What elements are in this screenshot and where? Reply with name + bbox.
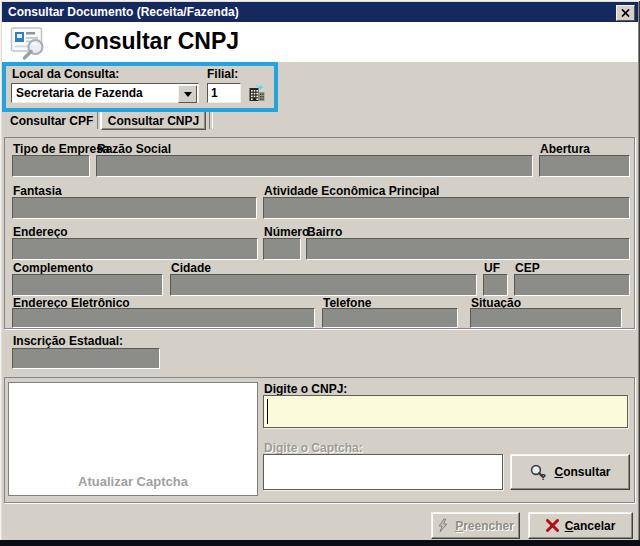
inscricao-estadual-label: Inscrição Estadual:	[13, 334, 123, 348]
chevron-down-icon	[184, 92, 192, 97]
complemento-field	[12, 274, 163, 296]
text-caret	[267, 399, 268, 424]
cep-label: CEP	[515, 261, 540, 275]
cidade-label: Cidade	[171, 261, 211, 275]
uf-field	[483, 274, 508, 296]
bairro-field	[306, 238, 630, 260]
tipo-empresa-label: Tipo de Empresa	[13, 142, 109, 156]
cancelar-button[interactable]: Cancelar	[528, 512, 633, 539]
digite-cnpj-label: Digite o CNPJ:	[264, 382, 347, 396]
razao-social-field	[96, 155, 533, 177]
page-title: Consultar CNPJ	[64, 28, 239, 55]
abertura-label: Abertura	[540, 142, 590, 156]
endereco-eletronico-field	[12, 308, 315, 328]
local-consulta-label: Local da Consulta:	[12, 67, 119, 81]
uf-label: UF	[484, 261, 500, 275]
cep-field	[514, 274, 630, 296]
window-bottom-edge	[0, 540, 640, 546]
consultar-button[interactable]: ? Consultar	[510, 454, 630, 490]
digite-captcha-label: Digite o Captcha:	[264, 441, 363, 455]
atualizar-captcha-link[interactable]: Atualizar Captcha	[8, 474, 258, 489]
numero-label: Número	[264, 225, 309, 239]
title-bar: Consultar Documento (Receita/Fazenda)	[2, 2, 638, 22]
atividade-label: Atividade Econômica Principal	[264, 184, 439, 198]
numero-field	[263, 238, 301, 260]
fantasia-label: Fantasia	[13, 184, 62, 198]
consultar-documento-dialog: Consultar Documento (Receita/Fazenda) Co…	[0, 0, 640, 546]
local-consulta-select[interactable]: Secretaria de Fazenda	[11, 83, 199, 103]
fantasia-field	[12, 197, 257, 219]
search-question-icon: ?	[529, 464, 548, 481]
preencher-button[interactable]: Preencher	[431, 512, 520, 539]
endereco-label: Endereço	[13, 225, 68, 239]
cnpj-input[interactable]	[263, 395, 628, 428]
complemento-label: Complemento	[13, 261, 93, 275]
filial-input[interactable]	[207, 83, 241, 103]
svg-text:?: ?	[541, 472, 547, 481]
local-consulta-value: Secretaria de Fazenda	[16, 86, 143, 100]
filial-label: Filial:	[207, 67, 238, 81]
tab-consultar-cnpj[interactable]: Consultar CNPJ	[101, 111, 206, 130]
cidade-field	[170, 274, 477, 296]
dropdown-button[interactable]	[178, 85, 197, 103]
tipo-empresa-field	[12, 155, 90, 177]
abertura-field	[539, 155, 630, 177]
cancel-x-icon	[546, 519, 559, 532]
tab-consultar-cpf[interactable]: Consultar CPF	[10, 114, 93, 128]
window-title: Consultar Documento (Receita/Fazenda)	[8, 2, 239, 22]
atividade-field	[263, 197, 630, 219]
close-icon	[621, 9, 630, 17]
document-search-icon	[10, 25, 52, 61]
lightning-icon	[437, 518, 449, 533]
situacao-field	[470, 308, 622, 328]
close-button[interactable]	[616, 5, 635, 21]
telefone-field	[322, 308, 458, 328]
tab-divider-2	[209, 112, 213, 129]
company-building-icon	[247, 83, 267, 103]
inscricao-estadual-field	[12, 348, 160, 369]
endereco-field	[12, 238, 258, 260]
bairro-label: Bairro	[307, 225, 342, 239]
captcha-input[interactable]	[263, 454, 503, 490]
razao-social-label: Razão Social	[97, 142, 171, 156]
